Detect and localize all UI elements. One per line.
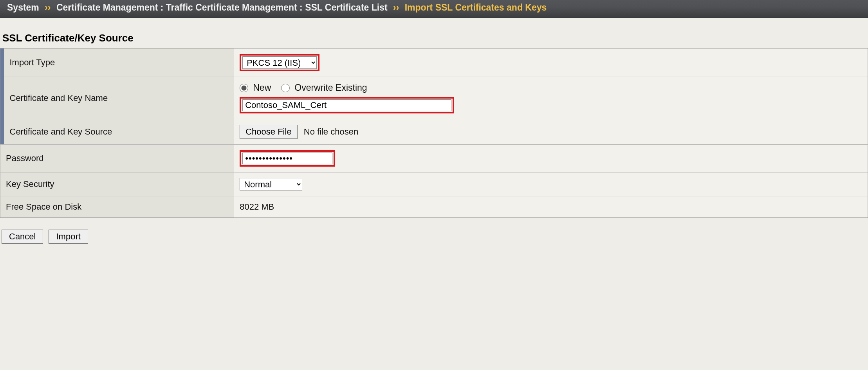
free-space-value: 8022 MB bbox=[234, 196, 868, 218]
accent-strip bbox=[0, 48, 4, 145]
radio-new[interactable] bbox=[240, 84, 248, 92]
import-type-select[interactable]: PKCS 12 (IIS) bbox=[242, 56, 317, 69]
breadcrumb-link-system[interactable]: System bbox=[7, 2, 39, 13]
password-input[interactable] bbox=[242, 153, 332, 164]
highlight-password bbox=[240, 150, 335, 167]
highlight-cert-name bbox=[240, 97, 454, 113]
section-title: SSL Certificate/Key Source bbox=[0, 18, 868, 48]
highlight-import-type: PKCS 12 (IIS) bbox=[240, 54, 319, 71]
radio-overwrite[interactable] bbox=[281, 84, 290, 92]
action-buttons: Cancel Import bbox=[0, 218, 868, 249]
cancel-button[interactable]: Cancel bbox=[2, 230, 43, 244]
cert-name-input[interactable] bbox=[242, 99, 451, 111]
label-free-space: Free Space on Disk bbox=[0, 196, 234, 218]
label-cert-key-source: Certificate and Key Source bbox=[4, 119, 234, 145]
form-table: Import Type PKCS 12 (IIS) Certificate an… bbox=[0, 48, 868, 218]
breadcrumb: System ›› Certificate Management : Traff… bbox=[0, 0, 868, 18]
import-button[interactable]: Import bbox=[49, 230, 88, 244]
chevron-sep-icon: ›› bbox=[42, 2, 54, 13]
label-cert-key-name: Certificate and Key Name bbox=[4, 77, 234, 119]
breadcrumb-link-cert-management[interactable]: Certificate Management : Traffic Certifi… bbox=[56, 2, 388, 13]
breadcrumb-current: Import SSL Certificates and Keys bbox=[405, 2, 547, 13]
key-security-select[interactable]: Normal bbox=[240, 178, 302, 190]
label-password: Password bbox=[0, 145, 234, 172]
label-import-type: Import Type bbox=[4, 48, 234, 77]
cert-name-mode-radios: New Overwrite Existing bbox=[240, 83, 862, 93]
chevron-sep-icon: ›› bbox=[390, 2, 402, 13]
radio-label-overwrite[interactable]: Overwrite Existing bbox=[294, 83, 367, 93]
radio-label-new[interactable]: New bbox=[253, 83, 271, 93]
choose-file-button[interactable]: Choose File bbox=[240, 125, 297, 139]
label-key-security: Key Security bbox=[0, 172, 234, 196]
file-status-text: No file chosen bbox=[304, 127, 358, 137]
